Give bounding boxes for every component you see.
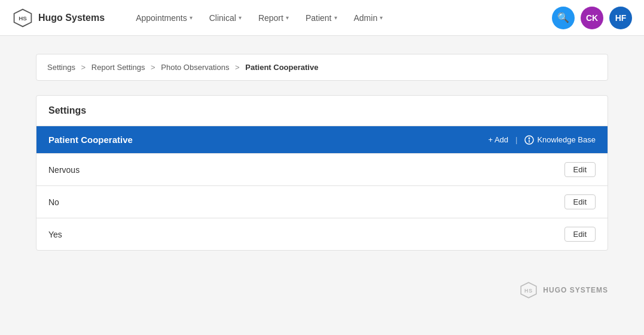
brand-logo-icon: HS <box>12 7 33 29</box>
breadcrumb-report-settings[interactable]: Report Settings <box>91 63 145 72</box>
avatar-hf[interactable]: HF <box>609 7 632 29</box>
list-item: No Edit <box>36 185 608 218</box>
avatar-ck-initials: CK <box>586 13 598 23</box>
nav-label-admin: Admin <box>354 13 378 23</box>
search-button[interactable]: 🔍 <box>552 7 575 29</box>
edit-button-no[interactable]: Edit <box>564 194 596 209</box>
footer-logo-icon: HS <box>519 281 538 300</box>
navbar: HS Hugo Systems Appointments ▾ Clinical … <box>0 0 644 36</box>
nav-item-appointments[interactable]: Appointments ▾ <box>129 8 200 28</box>
settings-title: Settings <box>48 105 86 115</box>
main-content: Settings > Report Settings > Photo Obser… <box>0 36 644 269</box>
edit-button-nervous[interactable]: Edit <box>564 162 596 177</box>
add-button[interactable]: + Add <box>488 135 508 144</box>
breadcrumb-container: Settings > Report Settings > Photo Obser… <box>36 54 608 81</box>
kb-label: Knowledge Base <box>537 135 596 144</box>
chevron-down-icon: ▾ <box>380 14 383 21</box>
edit-button-yes[interactable]: Edit <box>564 227 596 242</box>
footer-name: HUGO SYSTEMS <box>543 286 608 294</box>
search-icon: 🔍 <box>557 12 569 23</box>
actions-separator: | <box>515 135 517 144</box>
footer-logo: HS HUGO SYSTEMS <box>519 281 608 300</box>
nav-item-patient[interactable]: Patient ▾ <box>298 8 344 28</box>
item-label-nervous: Nervous <box>48 165 80 175</box>
add-label: + Add <box>488 135 508 144</box>
active-row-actions: + Add | Knowledge Base <box>488 135 596 145</box>
footer: HS HUGO SYSTEMS <box>0 269 644 312</box>
chevron-down-icon: ▾ <box>190 14 193 21</box>
brand-name: Hugo Systems <box>38 13 105 23</box>
item-label-no: No <box>48 197 59 207</box>
chevron-down-icon: ▾ <box>334 14 337 21</box>
breadcrumb-settings[interactable]: Settings <box>47 63 75 72</box>
settings-card-header: Settings <box>36 96 608 126</box>
brand-logo-link[interactable]: HS Hugo Systems <box>12 7 105 29</box>
navbar-right: 🔍 CK HF <box>552 7 632 29</box>
breadcrumb-sep-3: > <box>235 63 240 72</box>
avatar-hf-initials: HF <box>615 13 627 23</box>
svg-text:HS: HS <box>19 15 27 22</box>
list-item: Yes Edit <box>36 218 608 250</box>
breadcrumb-sep-2: > <box>151 63 155 72</box>
avatar-ck[interactable]: CK <box>581 7 603 29</box>
breadcrumb-sep-1: > <box>81 63 86 72</box>
settings-card: Settings Patient Cooperative + Add | Kno… <box>36 95 608 251</box>
breadcrumb: Settings > Report Settings > Photo Obser… <box>47 63 597 72</box>
svg-point-3 <box>529 137 530 139</box>
breadcrumb-photo-observations[interactable]: Photo Observations <box>161 63 229 72</box>
nav-label-appointments: Appointments <box>136 13 187 23</box>
breadcrumb-current: Patient Cooperative <box>245 63 318 72</box>
active-section-title: Patient Cooperative <box>48 135 133 145</box>
nav-label-clinical: Clinical <box>209 13 236 23</box>
chevron-down-icon: ▾ <box>239 14 242 21</box>
active-section-row: Patient Cooperative + Add | Knowledge Ba… <box>36 126 608 153</box>
item-label-yes: Yes <box>48 230 62 239</box>
svg-text:HS: HS <box>524 288 533 294</box>
nav-label-patient: Patient <box>306 13 332 23</box>
knowledge-base-icon <box>524 135 534 145</box>
nav-links: Appointments ▾ Clinical ▾ Report ▾ Patie… <box>129 8 552 28</box>
chevron-down-icon: ▾ <box>286 14 289 21</box>
knowledge-base-button[interactable]: Knowledge Base <box>524 135 596 145</box>
nav-item-report[interactable]: Report ▾ <box>251 8 296 28</box>
list-item: Nervous Edit <box>36 153 608 185</box>
nav-label-report: Report <box>258 13 283 23</box>
nav-item-admin[interactable]: Admin ▾ <box>347 8 390 28</box>
nav-item-clinical[interactable]: Clinical ▾ <box>202 8 249 28</box>
